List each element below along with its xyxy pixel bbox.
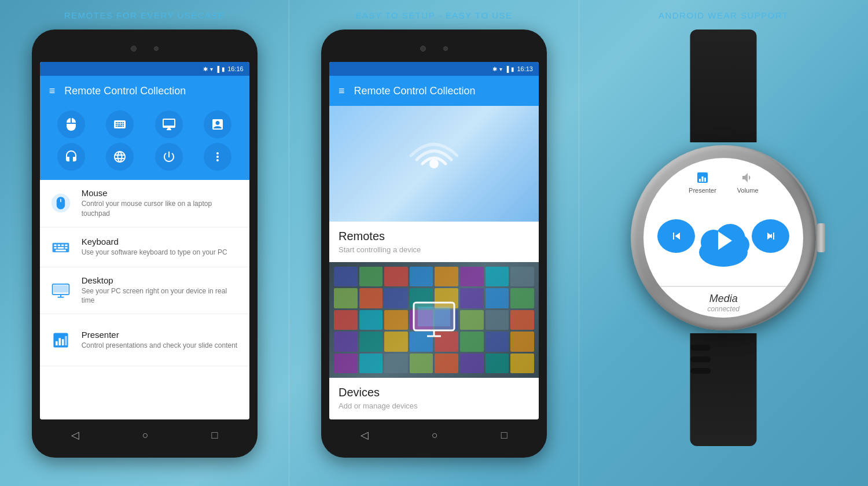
- list-item-desktop[interactable]: Desktop See your PC screen right on your…: [40, 267, 249, 315]
- presenter-title: Presenter: [82, 330, 238, 340]
- camera-dot: [131, 46, 137, 51]
- mouse-icon: [49, 192, 72, 215]
- svg-rect-25: [699, 179, 701, 182]
- watch-presenter-label: Presenter: [689, 187, 716, 194]
- svg-rect-26: [701, 176, 703, 182]
- status-time-2: 16:13: [517, 65, 533, 72]
- app-bar-2: ≡ Remote Control Collection: [329, 76, 539, 106]
- status-time-1: 16:16: [227, 65, 244, 72]
- list-content-1: Mouse Control your mouse cursor like on …: [40, 180, 249, 419]
- grid-icon-more[interactable]: [204, 143, 231, 171]
- wifi-signal-icon: [408, 138, 460, 190]
- status-icons-2: ✱ ▾ ▐ ▮: [492, 66, 514, 72]
- presenter-icon: [49, 329, 72, 352]
- signal-icon-2: ▐: [505, 66, 509, 72]
- devices-card-subtitle: Add or manage devices: [339, 402, 529, 410]
- svg-rect-13: [53, 285, 68, 293]
- watch-volume-icon[interactable]: Volume: [737, 171, 759, 194]
- back-btn-1[interactable]: ◁: [71, 429, 79, 441]
- devices-image: [329, 262, 539, 378]
- band-notch-3: [690, 368, 711, 374]
- watch-screen: Presenter Volume: [643, 158, 803, 318]
- svg-rect-16: [58, 338, 61, 345]
- remotes-image: [329, 106, 539, 222]
- presenter-description: Control presentations and check your sli…: [82, 341, 238, 351]
- section-setup: EASY TO SETUP - EASY TO USE ✱ ▾ ▐ ▮ 16:1…: [289, 0, 578, 486]
- hamburger-icon[interactable]: ≡: [49, 85, 56, 97]
- desktop-title: Desktop: [82, 275, 240, 285]
- keyboard-description: Use your software keyboard to type on yo…: [82, 248, 227, 257]
- grid-icon-desktop[interactable]: [155, 111, 183, 138]
- phone-top-bar: [40, 40, 249, 57]
- phone-2-speaker: [443, 46, 448, 51]
- recent-btn-1[interactable]: □: [211, 429, 218, 441]
- svg-rect-21: [418, 307, 450, 326]
- keyboard-item-text: Keyboard Use your software keyboard to t…: [82, 237, 227, 257]
- back-btn-2[interactable]: ◁: [361, 429, 369, 441]
- desktop-item-text: Desktop See your PC screen right on your…: [82, 275, 240, 306]
- list-item-mouse[interactable]: Mouse Control your mouse cursor like on …: [40, 180, 249, 227]
- remotes-card-info: Remotes Start controlling a device: [329, 222, 539, 262]
- grid-icon-mouse[interactable]: [57, 111, 85, 138]
- recent-btn-2[interactable]: □: [501, 429, 507, 441]
- watch-band-top: [690, 30, 757, 142]
- watch-controls: [643, 200, 803, 281]
- svg-point-19: [429, 159, 439, 168]
- battery-icon: ▮: [222, 66, 225, 72]
- devices-card-title: Devices: [339, 386, 529, 399]
- section-remotes: REMOTES FOR EVERY USECASE ✱ ▾ ▐ ▮ 16:16: [0, 0, 289, 486]
- list-item-keyboard[interactable]: Keyboard Use your software keyboard to t…: [40, 227, 249, 267]
- phone-2-nav: ◁ ○ □: [329, 423, 539, 447]
- mouse-item-text: Mouse Control your mouse cursor like on …: [82, 188, 240, 219]
- section2-title: EASY TO SETUP - EASY TO USE: [355, 10, 512, 20]
- list-item-presenter[interactable]: Presenter Control presentations and chec…: [40, 314, 249, 366]
- watch-presenter-icon[interactable]: Presenter: [689, 171, 716, 194]
- bluetooth-icon-2: ✱: [492, 66, 497, 72]
- watch-media-title: Media: [708, 293, 740, 305]
- svg-rect-2: [54, 244, 57, 246]
- phone-1: ✱ ▾ ▐ ▮ 16:16 ≡ Remote Control Collectio…: [32, 30, 258, 458]
- keyboard-icon: [49, 235, 72, 259]
- svg-rect-15: [56, 341, 58, 345]
- grid-icon-headphones[interactable]: [57, 143, 85, 171]
- grid-icon-power[interactable]: [155, 143, 183, 171]
- app-title-1: Remote Control Collection: [64, 85, 186, 97]
- remotes-card[interactable]: Remotes Start controlling a device: [329, 106, 539, 262]
- bluetooth-icon: ✱: [203, 66, 208, 72]
- home-btn-1[interactable]: ○: [142, 429, 149, 441]
- home-btn-2[interactable]: ○: [432, 429, 438, 441]
- desktop-description: See your PC screen right on your device …: [82, 286, 240, 306]
- phone-2: ✱ ▾ ▐ ▮ 16:13 ≡ Remote Control Collectio…: [321, 30, 547, 458]
- svg-rect-8: [65, 247, 68, 249]
- section1-title: REMOTES FOR EVERY USECASE: [64, 10, 225, 20]
- fastforward-button[interactable]: [752, 219, 789, 253]
- battery-icon-2: ▮: [511, 66, 514, 72]
- svg-rect-3: [57, 244, 60, 246]
- app-bar-1: ≡ Remote Control Collection: [40, 76, 249, 106]
- grid-icon-presenter[interactable]: [204, 111, 231, 138]
- grid-icon-keyboard[interactable]: [106, 111, 134, 138]
- grid-icon-globe[interactable]: [106, 143, 134, 171]
- svg-rect-7: [57, 247, 64, 249]
- desktop-icon: [49, 279, 72, 302]
- rewind-button[interactable]: [657, 219, 695, 253]
- remotes-card-subtitle: Start controlling a device: [339, 245, 529, 254]
- svg-rect-17: [61, 339, 64, 345]
- svg-rect-6: [54, 247, 57, 249]
- presenter-item-text: Presenter Control presentations and chec…: [82, 330, 238, 351]
- signal-icon: ▐: [215, 66, 219, 72]
- phone-1-screen: ✱ ▾ ▐ ▮ 16:16 ≡ Remote Control Collectio…: [40, 62, 249, 419]
- watch-volume-label: Volume: [737, 187, 759, 194]
- status-bar-1: ✱ ▾ ▐ ▮ 16:16: [40, 62, 249, 76]
- remotes-card-title: Remotes: [339, 230, 529, 243]
- second-phone-content: Remotes Start controlling a device: [329, 106, 539, 419]
- wifi-icon: ▾: [210, 66, 213, 72]
- phone-1-nav: ◁ ○ □: [40, 423, 249, 447]
- hamburger-icon-2[interactable]: ≡: [339, 85, 345, 97]
- mouse-description: Control your mouse cursor like on a lapt…: [82, 199, 240, 219]
- watch-media-info: Media connected: [708, 287, 740, 318]
- devices-card[interactable]: Devices Add or manage devices: [329, 262, 539, 418]
- watch-body: Presenter Volume: [631, 145, 816, 330]
- watch-top-icons: Presenter Volume: [643, 158, 803, 200]
- devices-card-info: Devices Add or manage devices: [329, 378, 539, 418]
